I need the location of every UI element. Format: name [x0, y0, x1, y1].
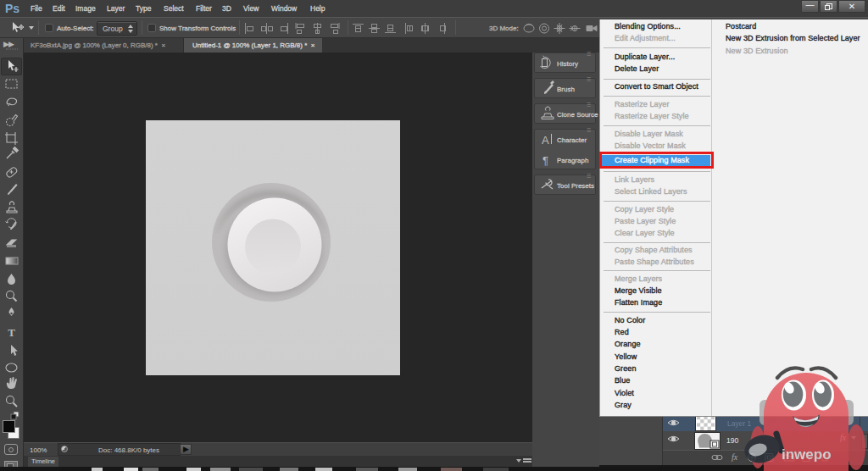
- svg-text:T: T: [8, 326, 15, 339]
- svg-text:A: A: [542, 134, 549, 147]
- svg-text:inwepo: inwepo: [782, 446, 832, 463]
- svg-text:fx: fx: [732, 452, 738, 462]
- svg-text:¶: ¶: [542, 154, 548, 167]
